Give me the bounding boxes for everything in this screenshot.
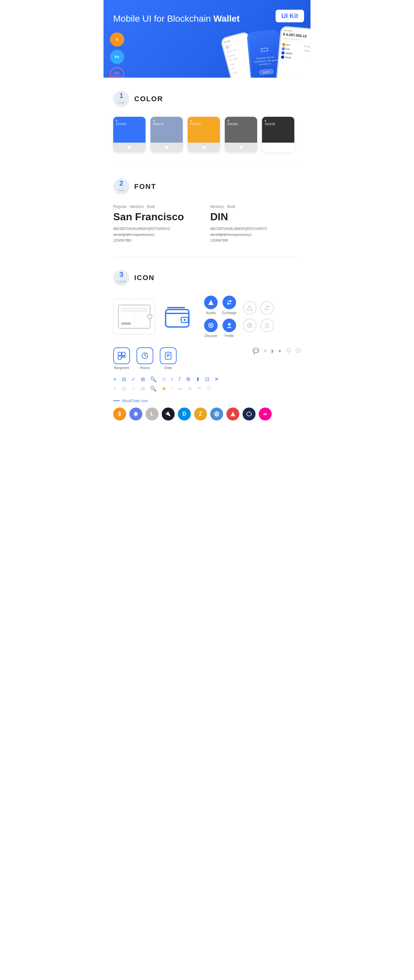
- nav-icon-profile-outline: [260, 318, 274, 332]
- color-card-blue: #3574FA: [113, 117, 145, 152]
- expand-icon: ⊡: [205, 376, 209, 383]
- wallet-wireframe-container: [113, 299, 155, 334]
- color-section-header: 1 ONE COLOR: [113, 91, 301, 107]
- svg-rect-12: [122, 352, 125, 355]
- chat-icon: 💬: [253, 348, 259, 354]
- svg-marker-3: [208, 300, 213, 305]
- search-icon-gray: 🔍: [150, 385, 156, 392]
- color-dot: [239, 146, 243, 149]
- blockchain-label: BlockChain Icon: [113, 399, 301, 402]
- font-section-number: 2 TWO: [113, 178, 129, 195]
- font-numbers-din: 1234567890: [210, 238, 301, 243]
- stack-icon: ≡: [264, 348, 266, 354]
- network-icon: [210, 407, 223, 420]
- info-icon-gray: ⓘ: [206, 385, 212, 392]
- upload-icon: ⬆: [196, 376, 200, 383]
- hero-section: Mobile UI for Blockchain Wallet UI Kit S…: [104, 0, 310, 78]
- font-section-header: 2 TWO FONT: [113, 178, 301, 195]
- svg-point-6: [228, 323, 231, 326]
- color-dot: [165, 146, 168, 149]
- svg-marker-7: [247, 305, 252, 310]
- color-card-orange: #F5A623: [188, 117, 220, 152]
- color-dot: [128, 146, 131, 149]
- check-icon: ✓: [131, 376, 135, 383]
- discover-outline-icon: [243, 318, 256, 332]
- plus-icon-gray: +: [113, 385, 117, 392]
- dark-crypto-icon: [243, 407, 256, 420]
- svg-marker-30: [231, 412, 235, 416]
- color-card-dark: #303030: [262, 117, 295, 152]
- font-name-sf: San Francisco: [113, 211, 204, 223]
- wireframe-inner: [118, 305, 150, 329]
- small-icons-section: + ⊟ ✓ ⊞ 🔍 ☆ ‹ ⤴ ⚙ ⬆ ⊡ ✕ + ⊟ ✓ ⊞ 🔍 ★ ‹ ⇌ …: [113, 376, 301, 392]
- search-icon: 🔍: [150, 376, 156, 383]
- order-icon: [160, 347, 177, 364]
- avax-icon: [226, 407, 239, 420]
- svg-point-16: [145, 353, 148, 355]
- nav-icons-outline-grid: [243, 301, 274, 332]
- color-dot: [277, 146, 280, 149]
- management-icon-item: Mangment: [113, 347, 130, 370]
- font-block-din: Medium · Bold DIN ABCDEFGHIJKLMNOPQRSTUV…: [210, 204, 301, 243]
- order-icon-item: Order: [160, 347, 177, 370]
- color-section-number: 1 ONE: [113, 91, 129, 107]
- check-icon-gray: ✓: [131, 385, 135, 392]
- font-block-sf: Regular · Medium · Bold San Francisco AB…: [113, 204, 204, 243]
- nav-icon-assets: Assets: [204, 296, 218, 315]
- svg-marker-31: [247, 412, 251, 416]
- sketch-badge: S: [110, 32, 124, 46]
- history-icon-item: History: [137, 347, 153, 370]
- nav-icons-grid: Assets Exchange Discover Profile: [204, 296, 236, 338]
- wallet-icon-colored: [162, 303, 194, 331]
- hero-badges: S Ps 60+ Screens: [110, 32, 124, 78]
- exchange-icon: [223, 296, 236, 309]
- misc-icons-row-1: 💬 ≡ ◗ ● 🗨 ⓘ: [253, 347, 301, 354]
- ps-badge: Ps: [110, 50, 124, 64]
- color-section-title: COLOR: [134, 95, 163, 103]
- font-numbers-sf: 1234567890: [113, 238, 204, 243]
- ethereum-icon: [129, 407, 142, 420]
- profile-outline-icon: [260, 318, 274, 332]
- litecoin-icon: Ł: [145, 407, 158, 420]
- wallet-icons-row: Assets Exchange Discover Profile: [113, 296, 301, 338]
- star-icon: ☆: [162, 376, 166, 383]
- exchange-outline-icon: [260, 301, 274, 315]
- color-card-gray: #666666: [225, 117, 257, 152]
- color-dot: [202, 146, 205, 149]
- circle-icon: ●: [278, 348, 282, 354]
- nav-icon-assets-outline: [243, 301, 256, 315]
- plus-icon: +: [113, 376, 117, 383]
- moon-icon: ◗: [271, 348, 274, 354]
- small-icons-row-colored: + ⊟ ✓ ⊞ 🔍 ☆ ‹ ⤴ ⚙ ⬆ ⊡ ✕: [113, 376, 301, 383]
- svg-point-5: [210, 325, 212, 326]
- assets-icon: [204, 296, 218, 309]
- nav-icon-exchange-outline: [260, 301, 274, 315]
- wireframe-bar: [121, 309, 147, 311]
- small-icons-row-gray: + ⊟ ✓ ⊞ 🔍 ★ ‹ ⇌ ✕ ↷ ⓘ: [113, 385, 301, 392]
- qr-icon: ⊞: [141, 376, 145, 383]
- qr-icon-gray: ⊞: [141, 385, 145, 392]
- svg-rect-14: [122, 356, 125, 357]
- ui-kit-badge: UI Kit: [275, 10, 304, 22]
- svg-rect-13: [118, 356, 121, 360]
- list-icon-gray: ⊟: [122, 385, 126, 392]
- font-lowercase-sf: abcdefghijklmnopqrstuvwxyz: [113, 232, 204, 238]
- icon-section-header: 3 THREE ICON: [113, 270, 301, 286]
- profile-icon: [223, 318, 236, 332]
- wireframe-block: [121, 323, 131, 325]
- phone-mockups: Profile AI Mangement Message Red Caller …: [220, 27, 310, 78]
- nav-icon-exchange: Exchange: [222, 296, 236, 315]
- svg-marker-22: [134, 411, 136, 415]
- discover-icon: [204, 318, 218, 332]
- app-icons-section: Mangment History Order 💬 ≡ ◗ ●: [113, 347, 301, 370]
- svg-point-9: [249, 325, 251, 326]
- bitcoin-icon: ₿: [113, 407, 126, 420]
- blockchain-section: BlockChain Icon: [113, 399, 301, 402]
- chevron-left-icon: ‹: [171, 376, 173, 383]
- icon-section-number: 3 THREE: [113, 270, 129, 286]
- wireframe-circle: [147, 314, 152, 319]
- icon-section-title: ICON: [134, 274, 154, 282]
- svg-point-10: [266, 323, 269, 326]
- svg-point-2: [184, 319, 186, 321]
- wallet-svg: [165, 305, 191, 328]
